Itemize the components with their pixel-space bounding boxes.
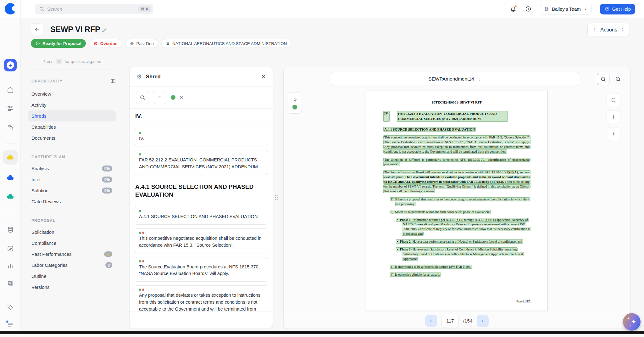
sidebar-item-analysis[interactable]: Analysis0% bbox=[28, 163, 116, 174]
progress-badge: 0% bbox=[102, 166, 112, 171]
doc-download-button[interactable] bbox=[607, 127, 620, 141]
shred-close-button[interactable]: ✕ bbox=[262, 74, 266, 80]
sidebar-item-solution[interactable]: Solution0% bbox=[28, 185, 116, 196]
sidebar-item-past-performances[interactable]: Past Performances bbox=[28, 249, 116, 260]
shred-group-heading: A.4.1 SOURCE SELECTION AND PHASED EVALUA… bbox=[130, 179, 273, 203]
next-page-button[interactable] bbox=[477, 315, 489, 327]
word-doc-icon: W bbox=[7, 279, 14, 287]
shred-search-button[interactable] bbox=[136, 91, 149, 104]
count-badge: 2 bbox=[105, 262, 112, 268]
svg-text:W: W bbox=[8, 282, 11, 285]
logo-icon bbox=[5, 3, 16, 14]
sidebar-item-solicitation[interactable]: Solicitation bbox=[28, 227, 116, 238]
shred-card[interactable]: IV. bbox=[134, 129, 268, 147]
section-opportunity: OPPORTUNITY bbox=[31, 78, 116, 84]
rail-cloud-blue[interactable] bbox=[6, 174, 14, 182]
cursor-tool[interactable] bbox=[292, 96, 298, 103]
rail-search-list-button[interactable] bbox=[7, 124, 14, 131]
rail-details-button[interactable] bbox=[7, 105, 14, 112]
get-help-button[interactable]: Get Help bbox=[600, 4, 635, 14]
warning-triangle-icon bbox=[106, 252, 110, 256]
status-badge-past-due[interactable]: Past Due bbox=[125, 39, 158, 48]
green-filter-dot[interactable] bbox=[171, 95, 175, 100]
pushpin-icon bbox=[611, 114, 616, 120]
shred-filter-button[interactable] bbox=[153, 91, 166, 104]
rail-database-button[interactable] bbox=[7, 226, 14, 233]
document-selector[interactable]: SEWPAmendment14 bbox=[331, 72, 579, 86]
filter-icon bbox=[157, 95, 162, 100]
red-dot bbox=[142, 232, 144, 234]
page-number-input[interactable] bbox=[441, 314, 459, 328]
sidebar-item-activity[interactable]: Activity bbox=[28, 99, 116, 110]
shred-card[interactable]: The Source Evaluation Board procedures a… bbox=[134, 257, 268, 282]
section-title: CAPTURE PLAN bbox=[31, 155, 65, 159]
rail-word-export-button[interactable]: W bbox=[7, 279, 14, 287]
ai-assistant-button[interactable]: ✦ ✦ ✦ bbox=[623, 313, 641, 331]
global-search-input[interactable]: Search ⌘ K bbox=[35, 4, 153, 14]
cloud-yellow-icon bbox=[6, 153, 14, 162]
shred-group-heading: IV. bbox=[130, 109, 273, 125]
history-button[interactable] bbox=[525, 6, 532, 13]
pdf-subsection-heading: A.4.1 SOURCE SELECTION AND PHASED EVALUA… bbox=[383, 127, 530, 131]
zoom-in-icon bbox=[615, 76, 621, 82]
rail-tags-button[interactable] bbox=[7, 304, 14, 311]
app-logo[interactable] bbox=[0, 0, 21, 18]
progress-badge: 0% bbox=[102, 188, 112, 194]
sidebar-item-labor-categories[interactable]: Labor Categories2 bbox=[28, 260, 116, 271]
sidebar-item-versions[interactable]: Versions bbox=[28, 282, 116, 293]
shred-card[interactable]: A.4.1 SOURCE SELECTION AND PHASED EVALUA… bbox=[134, 207, 268, 225]
doc-search-button[interactable] bbox=[607, 93, 620, 107]
sidebar-item-overview[interactable]: Overview bbox=[28, 88, 116, 99]
download-icon bbox=[611, 131, 617, 137]
kebab-menu-icon bbox=[592, 27, 597, 32]
notifications-button[interactable] bbox=[510, 6, 517, 13]
pdf-bullet-item: •Phase 2- Have a past performance rating… bbox=[396, 239, 530, 244]
zoom-out-button[interactable] bbox=[597, 73, 609, 85]
notification-dot bbox=[514, 5, 517, 8]
zoom-in-button[interactable] bbox=[612, 73, 624, 85]
warning-badge bbox=[104, 251, 112, 257]
annotation-toolbar bbox=[288, 92, 302, 114]
page-total: /154 bbox=[463, 318, 472, 324]
sidebar-item-outline[interactable]: Outline bbox=[28, 271, 116, 282]
actions-label: Actions bbox=[600, 27, 617, 33]
green-highlighter-tool[interactable] bbox=[292, 105, 297, 110]
shred-card[interactable]: This competitive negotiated acquisition … bbox=[134, 228, 268, 253]
pdf-page: 80TECH24R0001- SEWP VI RFP IV. FAR 52.21… bbox=[366, 91, 548, 311]
rail-cloud-teal[interactable] bbox=[6, 193, 14, 201]
sidebar-nav: Press T for quick navigation OPPORTUNITY… bbox=[21, 18, 129, 331]
hint-pre: Press bbox=[42, 59, 53, 64]
sparkle-icon: ✦ bbox=[629, 325, 631, 328]
sidebar-item-documents[interactable]: Documents bbox=[28, 132, 116, 143]
rail-cloud-yellow-active[interactable] bbox=[3, 150, 18, 165]
collapse-sidebar-icon[interactable] bbox=[110, 78, 116, 84]
doc-pin-button[interactable] bbox=[607, 110, 620, 124]
rail-analytics-button[interactable] bbox=[7, 262, 14, 270]
rail-notes-button[interactable] bbox=[7, 245, 14, 252]
sidebar-item-gate-reviews[interactable]: Gate Reviews bbox=[28, 196, 116, 207]
team-switcher[interactable]: Bailey's Team bbox=[540, 4, 592, 14]
sidebar-item-compliance[interactable]: Compliance bbox=[28, 238, 116, 249]
actions-button[interactable]: Actions bbox=[587, 23, 630, 36]
shred-card[interactable]: FAR 52.212-2 EVALUATION- COMMERCIAL PROD… bbox=[134, 150, 268, 175]
previous-page-button[interactable] bbox=[425, 315, 437, 327]
bar-chart-icon bbox=[7, 262, 14, 270]
rail-menu-button[interactable] bbox=[7, 321, 14, 329]
menu-notification-dot bbox=[5, 320, 9, 323]
panel-resize-handle[interactable] bbox=[275, 193, 279, 202]
list-details-icon bbox=[7, 105, 14, 112]
shred-dots bbox=[139, 132, 263, 134]
shred-dots bbox=[139, 260, 263, 262]
sidebar-item-shreds[interactable]: Shreds bbox=[28, 110, 116, 121]
badge-label: NATIONAL AERONAUTICS AND SPACE ADMINISTR… bbox=[172, 41, 287, 46]
sidebar-divider bbox=[28, 70, 116, 70]
shred-settings-icon[interactable]: ⚙ bbox=[136, 74, 142, 80]
clear-filter-icon[interactable]: ✕ bbox=[180, 95, 183, 100]
sidebar-item-intel[interactable]: Intel0% bbox=[28, 174, 116, 185]
sidebar-item-capabilities[interactable]: Capabilities bbox=[28, 121, 116, 132]
shred-card[interactable]: Any proposal that deviates or takes exce… bbox=[134, 285, 268, 312]
rail-home-button[interactable] bbox=[7, 86, 14, 93]
quick-nav-hint: Press T for quick navigation bbox=[28, 59, 116, 64]
create-new-button[interactable]: + bbox=[4, 59, 17, 71]
status-badge-agency[interactable]: NATIONAL AERONAUTICS AND SPACE ADMINISTR… bbox=[161, 39, 291, 48]
